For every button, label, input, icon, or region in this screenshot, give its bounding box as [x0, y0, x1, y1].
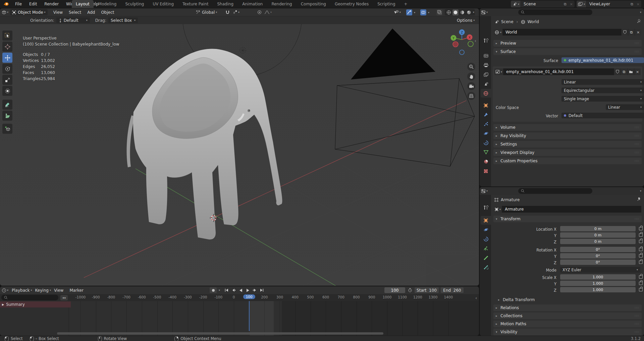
jump-prev-keyframe-button[interactable]	[230, 287, 237, 293]
tab-world[interactable]	[481, 89, 491, 98]
breadcrumb-scene[interactable]: Scene	[501, 19, 514, 24]
tab-bone[interactable]	[481, 253, 491, 262]
auto-key-dropdown[interactable]: ▾	[219, 289, 220, 292]
tab-particles[interactable]	[481, 120, 491, 128]
tool-annotate[interactable]	[2, 100, 12, 110]
panel-surface[interactable]: ▾Surface∷∷	[493, 48, 642, 55]
scene-selector[interactable]: ▾ Scene ⧉ ×	[511, 1, 575, 7]
pan-hand-icon[interactable]	[467, 72, 475, 80]
tab-modifiers[interactable]	[481, 110, 491, 119]
object-datablock-icon[interactable]: ▾	[494, 206, 502, 213]
panel-ray-visibility[interactable]: ▸Ray Visibility∷∷	[493, 132, 642, 139]
tab-bone-constraints[interactable]	[481, 263, 491, 272]
ruler-tick[interactable]: -700	[122, 295, 130, 299]
lock-icon[interactable]	[639, 233, 643, 237]
tab-shading[interactable]: Shading	[213, 0, 237, 8]
scale-z-field[interactable]: 1.000	[560, 287, 636, 292]
viewport-menu-object[interactable]: Object	[98, 10, 117, 15]
tab-scripting[interactable]: Scripting	[373, 0, 399, 8]
drag-setting-dropdown[interactable]: Select Box ▾	[108, 17, 138, 23]
shading-solid-button[interactable]	[452, 9, 459, 15]
timeline-menu-marker[interactable]: Marker	[66, 288, 86, 293]
ruler-tick[interactable]: 400	[292, 295, 299, 299]
color-space-dropdown[interactable]: Linear▾	[606, 104, 644, 110]
ruler-tick[interactable]: -300	[184, 295, 192, 299]
lock-icon[interactable]	[639, 288, 643, 291]
object-name-field[interactable]: Armature	[502, 206, 641, 213]
tab-sculpting[interactable]: Sculpting	[121, 0, 148, 8]
editor-type-icon[interactable]: ▾	[481, 188, 488, 194]
surface-shader-field[interactable]: empty_warehouse_01_4k.hdr.001	[561, 57, 644, 63]
playhead-line[interactable]	[249, 301, 250, 331]
copy-icon[interactable]: ⧉	[562, 2, 568, 6]
ortho-toggle-icon[interactable]	[467, 92, 475, 100]
scale-y-field[interactable]: 1.000	[560, 281, 636, 286]
snap-target-dropdown[interactable]: ▾	[233, 9, 239, 15]
panel-visibility[interactable]: ▾Visibility∷∷	[493, 329, 642, 335]
shading-material-button[interactable]	[459, 9, 465, 15]
tab-render[interactable]	[481, 51, 491, 60]
tab-armature-data[interactable]	[481, 244, 491, 253]
channel-summary-row[interactable]: ▶ Summary	[0, 301, 71, 307]
copy-icon[interactable]: ⧉	[621, 68, 627, 75]
copy-icon[interactable]: ⧉	[628, 29, 635, 36]
panel-delta-transform[interactable]: ▸Delta Transform	[496, 296, 642, 303]
shading-dropdown[interactable]: ▾	[473, 11, 474, 14]
lock-icon[interactable]	[639, 282, 643, 285]
use-preview-range-icon[interactable]	[407, 287, 413, 293]
play-button[interactable]	[244, 287, 251, 293]
tab-texture-paint[interactable]: Texture Paint	[178, 0, 212, 8]
projection-dropdown[interactable]: Equirectangular▾	[561, 88, 644, 93]
mode-selector[interactable]: Object Mode▾	[10, 9, 48, 15]
viewlayer-selector[interactable]: ▾ ViewLayer ⧉ ×	[577, 1, 641, 7]
close-icon[interactable]: ×	[635, 2, 641, 6]
ruler-tick[interactable]: 0	[233, 295, 235, 299]
header-options-icon[interactable]: ▾	[640, 189, 641, 192]
ruler-tick[interactable]: -500	[153, 295, 161, 299]
channel-search[interactable]	[1, 295, 58, 300]
lock-icon[interactable]	[639, 248, 643, 251]
tab-view-layer[interactable]	[481, 70, 491, 79]
tab-object[interactable]	[481, 101, 491, 110]
navigation-gizmo[interactable]: Z X Y	[446, 23, 479, 60]
ruler-tick[interactable]: 900	[368, 295, 375, 299]
menu-file[interactable]: File	[11, 0, 25, 8]
camera-view-icon[interactable]	[467, 82, 475, 90]
tab-modeling[interactable]: Modeling	[94, 0, 121, 8]
ruler-tick[interactable]: 200	[261, 295, 268, 299]
image-name-field[interactable]: empty_warehouse_01_4k.hdr.001	[503, 68, 614, 75]
overlays-dropdown[interactable]: ▾	[428, 11, 429, 14]
tool-select-box[interactable]	[2, 31, 12, 41]
shading-wireframe-button[interactable]	[446, 9, 452, 15]
pin-icon[interactable]	[637, 19, 641, 23]
panel-preview[interactable]: ▸Preview∷∷	[493, 40, 642, 47]
tool-measure[interactable]	[2, 111, 12, 121]
ruler-tick[interactable]: -100	[214, 295, 222, 299]
panel-viewport-display[interactable]: ▸Viewport Display∷∷	[493, 149, 642, 156]
search-input[interactable]	[518, 188, 592, 194]
editor-type-icon[interactable]: ▾	[481, 9, 488, 15]
timeline-ruler[interactable]: -1000-900-800-700-600-500-400-300-200-10…	[0, 294, 479, 301]
tab-geometry-nodes[interactable]: Geometry Nodes	[331, 0, 373, 8]
lock-icon[interactable]	[639, 240, 643, 243]
editor-type-icon[interactable]: ▾	[2, 9, 8, 15]
tab-tool[interactable]	[481, 203, 491, 212]
viewport-canvas[interactable]	[0, 24, 479, 286]
timeline-menu-view[interactable]: View	[51, 288, 66, 293]
visibility-dropdown[interactable]: ▾	[393, 9, 401, 15]
tab-object[interactable]	[481, 216, 491, 225]
show-overlays-toggle[interactable]	[420, 9, 426, 15]
viewport-menu-view[interactable]: View	[50, 10, 66, 15]
snap-magnet-icon[interactable]	[224, 9, 230, 15]
gizmo-z-neg-axis[interactable]	[460, 50, 464, 55]
gizmo-x-neg-axis[interactable]	[453, 42, 458, 47]
rotation-y-field[interactable]: 0°	[560, 253, 636, 259]
rotation-x-field[interactable]: 0°	[560, 247, 636, 252]
tab-layout[interactable]: Layout	[72, 0, 94, 8]
fake-user-icon[interactable]	[614, 68, 621, 75]
tab-constraints[interactable]	[481, 235, 491, 243]
menu-edit[interactable]: Edit	[25, 0, 41, 8]
panel-transform[interactable]: ▾Transform∷∷	[493, 216, 642, 222]
filter-toggle-icon[interactable]: ↔	[60, 295, 68, 300]
unlink-icon[interactable]: ×	[634, 68, 641, 75]
